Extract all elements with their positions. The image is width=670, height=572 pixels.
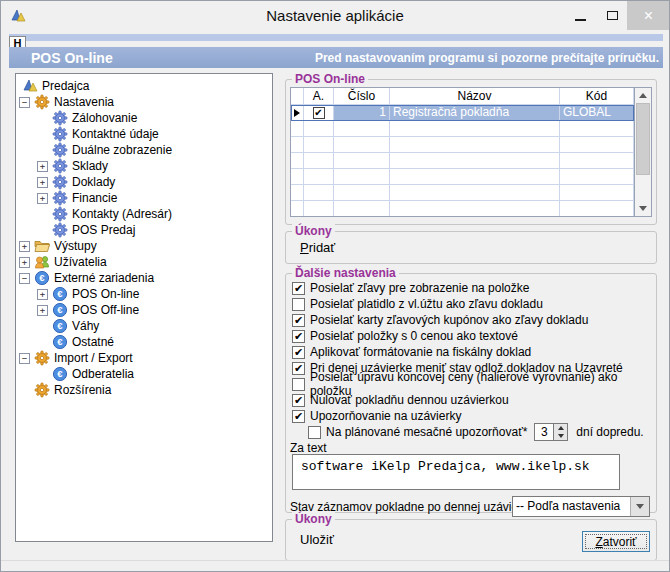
tree-item[interactable]: Rozšírenia: [16, 382, 272, 398]
tree-item[interactable]: +Doklady: [16, 174, 272, 190]
minus-expander-icon[interactable]: −: [19, 97, 30, 108]
days-spinner[interactable]: 3: [534, 423, 568, 441]
tree-item[interactable]: €Váhy: [16, 318, 272, 334]
tree-item[interactable]: Kontakty (Adresár): [16, 206, 272, 222]
table-empty-row[interactable]: [291, 185, 634, 201]
setting-checkbox-label: Nulovať pokladňu dennou uzávierkou: [310, 393, 509, 407]
plus-expander-icon[interactable]: +: [37, 177, 48, 188]
close-button[interactable]: ×: [627, 1, 670, 30]
monthly-reminder-row[interactable]: Na plánované mesačné upozorňovať* 3 dní …: [308, 423, 644, 441]
plus-expander-icon[interactable]: +: [37, 161, 48, 172]
za-text-input[interactable]: software iKelp Predajca, www.ikelp.sk: [292, 454, 620, 490]
spinner-down-icon[interactable]: [554, 432, 567, 440]
plus-expander-icon[interactable]: +: [37, 289, 48, 300]
minus-expander-icon[interactable]: −: [19, 353, 30, 364]
svg-text:€: €: [57, 320, 63, 331]
setting-checkbox[interactable]: ✔: [292, 394, 305, 407]
setting-checkbox-row[interactable]: ✔Posielať položky s 0 cenou ako textové: [292, 328, 650, 344]
scroll-down-icon[interactable]: [635, 201, 651, 216]
tree-item[interactable]: +Sklady: [16, 158, 272, 174]
tree-item[interactable]: Zálohovanie: [16, 110, 272, 126]
setting-checkbox-row[interactable]: Posielať úpravu koncovej ceny (halierové…: [292, 376, 650, 392]
plus-expander-icon[interactable]: +: [37, 193, 48, 204]
chevron-down-icon[interactable]: [630, 497, 649, 516]
column-header[interactable]: Číslo: [334, 88, 390, 105]
expander-spacer: [37, 369, 48, 380]
tree-item[interactable]: −Nastavenia: [16, 94, 272, 110]
tree-item[interactable]: +€POS On-line: [16, 286, 272, 302]
setting-checkbox-row[interactable]: ✔Upozorňovanie na uzávierky: [292, 408, 650, 424]
table-empty-row[interactable]: [291, 121, 634, 137]
gear-blue-icon: [52, 174, 68, 190]
pos-online-group: POS On-line A.ČísloNázovKód✔1Registračná…: [285, 79, 657, 225]
setting-checkbox[interactable]: ✔: [292, 362, 305, 375]
tree-item[interactable]: Duálne zobrazenie: [16, 142, 272, 158]
cislo-cell: [334, 169, 390, 185]
tree-item[interactable]: €Ostatné: [16, 334, 272, 350]
euro-icon: €: [34, 270, 50, 286]
setting-checkbox[interactable]: ✔: [292, 410, 305, 423]
add-link[interactable]: Pridať: [300, 240, 335, 255]
section-hint: Pred nastavovaním programu si pozorne pr…: [315, 51, 659, 65]
expander-spacer: [37, 209, 48, 220]
tree-item[interactable]: €Odberatelia: [16, 366, 272, 382]
setting-checkbox-row[interactable]: Posielať platidlo z vl.úžtu ako zľavu do…: [292, 296, 650, 312]
scrollbar-thumb[interactable]: [636, 103, 650, 175]
plus-expander-icon[interactable]: +: [37, 305, 48, 316]
register-status-value: -- Podľa nastavenia: [513, 497, 630, 516]
folder-icon: [34, 238, 50, 254]
tree-item[interactable]: +Užívatelia: [16, 254, 272, 270]
minimize-button[interactable]: [565, 1, 595, 30]
setting-checkbox[interactable]: ✔: [292, 330, 305, 343]
tree-item[interactable]: +Výstupy: [16, 238, 272, 254]
gear-blue-icon: [52, 190, 68, 206]
table-empty-row[interactable]: [291, 137, 634, 153]
tree-item[interactable]: +€POS Off-line: [16, 302, 272, 318]
table-empty-row[interactable]: [291, 169, 634, 185]
maximize-button[interactable]: [597, 1, 627, 30]
save-link[interactable]: Uložiť: [300, 532, 334, 547]
setting-checkbox-row[interactable]: ✔Posielať karty zľavových kupónov ako zľ…: [292, 312, 650, 328]
close-form-button[interactable]: Zatvoriť: [582, 531, 650, 552]
tree-item[interactable]: POS Predaj: [16, 222, 272, 238]
tree-item[interactable]: +Financie: [16, 190, 272, 206]
tree-item[interactable]: Kontaktné údaje: [16, 126, 272, 142]
spinner-up-icon[interactable]: [554, 424, 567, 432]
tree-item-label: Rozšírenia: [54, 383, 111, 397]
minus-expander-icon[interactable]: −: [19, 273, 30, 284]
monthly-reminder-checkbox[interactable]: [308, 426, 321, 439]
setting-checkbox-row[interactable]: ✔Posielať zľavy pre zobrazenie na položk…: [292, 280, 650, 296]
setting-checkbox[interactable]: ✔: [292, 346, 305, 359]
table-empty-row[interactable]: [291, 153, 634, 169]
pos-table: A.ČísloNázovKód✔1Registračná pokladňaGLO…: [290, 87, 652, 217]
register-status-select[interactable]: -- Podľa nastavenia: [512, 496, 650, 517]
tree-item[interactable]: −€Externé zariadenia: [16, 270, 272, 286]
setting-checkbox[interactable]: ✔: [292, 282, 305, 295]
setting-checkbox[interactable]: [292, 298, 305, 311]
expander-spacer: [37, 129, 48, 140]
plus-expander-icon[interactable]: +: [19, 241, 30, 252]
table-scrollbar[interactable]: [634, 88, 651, 216]
setting-checkbox-label: Posielať karty zľavových kupónov ako zľa…: [310, 313, 588, 327]
column-header[interactable]: A.: [304, 88, 334, 105]
gear-blue-icon: [52, 222, 68, 238]
active-checkbox[interactable]: ✔: [313, 107, 325, 119]
gear-orange-icon: [34, 382, 50, 398]
setting-checkbox[interactable]: ✔: [292, 314, 305, 327]
tree-item-label: Váhy: [72, 319, 99, 333]
tree-item[interactable]: Predajca: [16, 78, 272, 94]
plus-expander-icon[interactable]: +: [19, 257, 30, 268]
setting-checkbox-row[interactable]: ✔Aplikovať formátovanie na fiskálny dokl…: [292, 344, 650, 360]
gear-blue-icon: [52, 142, 68, 158]
minimize-icon: [575, 19, 586, 21]
column-header[interactable]: Kód: [560, 88, 634, 105]
tree-item[interactable]: −Import / Export: [16, 350, 272, 366]
table-empty-row[interactable]: [291, 201, 634, 216]
table-row[interactable]: ✔1Registračná pokladňaGLOBAL: [291, 105, 634, 121]
scroll-up-icon[interactable]: [635, 88, 651, 103]
tree-item-label: Externé zariadenia: [54, 271, 154, 285]
column-header[interactable]: Názov: [390, 88, 560, 105]
setting-checkbox[interactable]: [292, 378, 305, 391]
days-value[interactable]: 3: [534, 423, 554, 441]
gear-blue-icon: [52, 126, 68, 142]
